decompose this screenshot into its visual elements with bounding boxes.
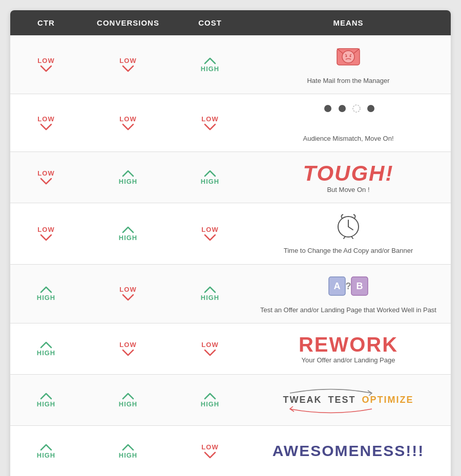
chevron-wrap: LOW (201, 115, 218, 131)
value-badge: HIGH (37, 451, 56, 459)
means-text: Test an Offer and/or Landing Page that W… (260, 306, 436, 315)
arrow-down-icon (39, 123, 53, 131)
arrow-up-icon (39, 286, 53, 294)
chevron-wrap: HIGH (119, 226, 138, 242)
svg-point-6 (324, 105, 331, 112)
chevron-wrap: HIGH (119, 392, 138, 408)
data-cell: HIGH (10, 436, 82, 466)
svg-text:A: A (334, 281, 341, 291)
value-badge: HIGH (119, 234, 138, 242)
svg-line-15 (351, 236, 353, 239)
data-cell: HIGH (174, 162, 246, 192)
value-badge: LOW (119, 341, 136, 349)
chevron-wrap: LOW (37, 115, 54, 131)
header-means: MEANS (246, 10, 451, 35)
svg-text:?: ? (346, 281, 351, 291)
data-cell: LOW (82, 278, 174, 309)
arrow-down-icon (203, 451, 217, 459)
chevron-wrap: HIGH (37, 392, 56, 408)
people-icon (318, 102, 379, 130)
value-badge: HIGH (119, 178, 138, 185)
data-cell: LOW (82, 108, 174, 138)
clock-icon (335, 211, 362, 242)
tough-text: TOUGH! (303, 161, 394, 186)
chevron-wrap: LOW (119, 286, 136, 301)
table-row: LOW HIGH HIGH TOUGH! But Move On ! (10, 152, 451, 203)
value-badge: HIGH (201, 65, 220, 73)
value-badge: LOW (201, 115, 218, 123)
data-cell: LOW (174, 334, 246, 364)
chevron-wrap: HIGH (201, 169, 220, 185)
chevron-wrap: HIGH (119, 169, 138, 185)
data-cell: LOW (10, 108, 82, 138)
means-cell: Audience Mismatch, Move On! (246, 94, 451, 152)
main-container: CTR CONVERSIONS COST MEANS LOW LOW HIGH (10, 10, 451, 476)
svg-line-14 (344, 236, 345, 239)
data-cell: HIGH (10, 278, 82, 309)
arrow-up-icon (39, 443, 53, 451)
data-cell: LOW (10, 162, 82, 192)
table-row: LOW HIGH LOW (10, 203, 451, 264)
arrow-down-icon (39, 64, 53, 73)
chevron-wrap: HIGH (37, 286, 56, 301)
value-badge: HIGH (201, 294, 220, 301)
header-cost: COST (174, 10, 246, 35)
chevron-wrap: LOW (201, 341, 218, 357)
svg-point-7 (339, 105, 346, 112)
svg-point-1 (342, 51, 354, 63)
data-cell: HIGH (82, 162, 174, 192)
svg-point-4 (346, 56, 347, 57)
means-cell: A ? B Test an Offer and/or Landing Page … (246, 265, 451, 323)
data-cell: LOW (174, 436, 246, 466)
data-cell: HIGH (174, 50, 246, 80)
arrow-up-icon (203, 286, 217, 294)
arrow-down-icon (203, 233, 217, 242)
arrow-up-icon (39, 341, 53, 349)
tough-icon: TOUGH! But Move On ! (303, 161, 394, 193)
data-cell: HIGH (82, 385, 174, 415)
chevron-wrap: LOW (37, 57, 54, 73)
arrow-down-icon (121, 349, 135, 357)
top-arc-icon (285, 385, 377, 396)
value-badge: HIGH (37, 349, 56, 357)
chevron-wrap: LOW (37, 226, 54, 242)
value-badge: HIGH (119, 451, 138, 459)
awesome-text: AWESOMENESS!!! (273, 442, 424, 460)
value-badge: LOW (119, 57, 136, 64)
svg-point-8 (353, 105, 360, 112)
value-badge: HIGH (201, 400, 220, 408)
data-cell: LOW (174, 219, 246, 249)
arrow-down-icon (121, 64, 135, 73)
chevron-wrap: HIGH (37, 341, 56, 357)
rework-text: REWORK (299, 333, 398, 356)
table-row: LOW LOW LOW (10, 94, 451, 152)
value-badge: HIGH (37, 400, 56, 408)
value-badge: LOW (37, 57, 54, 64)
table-row: HIGH HIGH LOW AWESOMENESS!!! (10, 426, 451, 476)
rework-sub: Your Offer and/or Landing Page (302, 356, 395, 364)
arrow-up-icon (121, 392, 135, 400)
chevron-wrap: HIGH (201, 57, 220, 73)
arrow-up-icon (203, 169, 217, 178)
value-badge: LOW (201, 341, 218, 349)
data-cell: LOW (82, 334, 174, 364)
value-badge: LOW (119, 115, 136, 123)
svg-text:B: B (357, 281, 363, 291)
table-row: HIGH LOW LOW REWORK Your Offer and/or La… (10, 323, 451, 375)
arrow-down-icon (203, 349, 217, 357)
data-cell: HIGH (82, 219, 174, 249)
table-body: LOW LOW HIGH (10, 35, 451, 476)
arrow-down-icon (121, 293, 135, 301)
data-cell: HIGH (10, 385, 82, 415)
chevron-wrap: LOW (119, 115, 136, 131)
chevron-wrap: LOW (37, 169, 54, 185)
means-cell: AWESOMENESS!!! (246, 434, 451, 468)
data-cell: LOW (10, 219, 82, 249)
value-badge: LOW (37, 169, 54, 177)
chevron-wrap: LOW (201, 443, 218, 459)
arrow-up-icon (39, 392, 53, 400)
table-row: LOW LOW HIGH (10, 35, 451, 94)
value-badge: HIGH (37, 294, 56, 301)
data-cell: HIGH (10, 334, 82, 364)
means-cell: TOUGH! But Move On ! (246, 153, 451, 202)
